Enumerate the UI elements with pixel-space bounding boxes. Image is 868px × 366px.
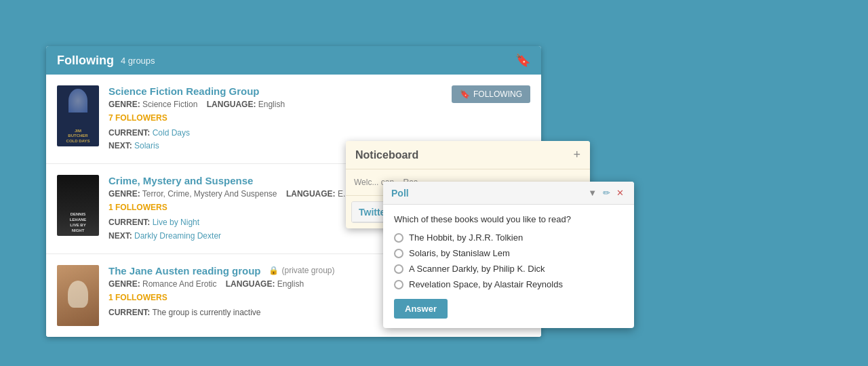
group-name-sf: Science Fiction Reading Group GENRE: Sci… (108, 85, 285, 152)
radio-option-2[interactable] (394, 249, 403, 258)
book-cover-sf: JIMBUTCHERCOLD DAYS (57, 85, 99, 146)
noticeboard-title: Noticeboard (355, 149, 418, 161)
current-book-austen: The group is currently inactive (152, 308, 260, 317)
following-header: Following 4 groups 🔖 (46, 46, 541, 75)
poll-option-4-text: Revelation Space, by Alastair Reynolds (409, 279, 563, 289)
group-name-link-crime[interactable]: Crime, Mystery and Suspense (108, 175, 253, 186)
poll-header: Poll ▼ ✏ ✕ (383, 182, 634, 205)
next-label-crime: NEXT: (108, 231, 132, 241)
radio-option-3[interactable] (394, 264, 403, 274)
following-header-left: Following 4 groups (57, 54, 155, 68)
noticeboard-header: Noticeboard + (346, 141, 590, 169)
poll-close-btn[interactable]: ✕ (614, 187, 626, 199)
noticeboard-add-button[interactable]: + (573, 148, 580, 162)
language-sf: English (258, 100, 285, 109)
private-label: (private group) (281, 266, 334, 275)
poll-title: Poll (391, 188, 409, 199)
poll-edit-btn[interactable]: ✏ (601, 187, 612, 199)
next-book-crime[interactable]: Darkly Dreaming Dexter (134, 231, 221, 241)
language-austen: English (277, 279, 304, 289)
genre-label-sf: GENRE: (108, 100, 140, 109)
genre-label-crime: GENRE: (108, 189, 140, 199)
answer-button[interactable]: Answer (394, 299, 448, 319)
bookmark-icon[interactable]: 🔖 (515, 53, 530, 68)
genre-sf: Science Fiction (142, 100, 197, 109)
language-label-crime: LANGUAGE: (286, 189, 336, 199)
current-book-sf[interactable]: Cold Days (153, 128, 190, 138)
poll-body: Which of these books would you like to r… (383, 205, 634, 328)
poll-options: The Hobbit, by J.R.R. Tolkien Solaris, b… (394, 232, 623, 289)
lock-icon: 🔒 (269, 266, 279, 275)
book-cover-austen (57, 265, 99, 326)
following-count: 4 groups (121, 56, 155, 66)
group-name-link-sf[interactable]: Science Fiction Reading Group (108, 85, 260, 97)
poll-option-1: The Hobbit, by J.R.R. Tolkien (394, 232, 623, 243)
book-cover-crime: DENNISLEHANELIVE BYNIGHT (57, 175, 99, 236)
current-book-crime[interactable]: Live by Night (153, 218, 199, 227)
group-meta-genre-sf: GENRE: Science Fiction LANGUAGE: English (108, 100, 285, 109)
current-next-sf: CURRENT: Cold Days NEXT: Solaris (108, 127, 285, 152)
radio-option-4[interactable] (394, 280, 403, 289)
poll-option-2-text: Solaris, by Stanislaw Lem (409, 248, 510, 258)
genre-crime: Terror, Crime, Mystery And Suspense (142, 189, 277, 199)
following-button-sf[interactable]: 🔖 FOLLOWING (452, 85, 530, 103)
poll-question: Which of these books would you like to r… (394, 214, 623, 224)
genre-austen: Romance And Erotic (142, 279, 216, 289)
poll-option-2: Solaris, by Stanislaw Lem (394, 248, 623, 258)
language-label-austen: LANGUAGE: (226, 279, 275, 289)
group-name-link-austen[interactable]: The Jane Austen reading group (108, 265, 260, 277)
private-badge-austen: 🔒 (private group) (269, 266, 334, 275)
poll-option-3-text: A Scanner Darkly, by Philip K. Dick (409, 264, 545, 274)
next-book-sf[interactable]: Solaris (134, 141, 159, 150)
current-label-sf: CURRENT: (108, 128, 150, 138)
following-btn-label: FOLLOWING (473, 89, 522, 99)
current-label-austen: CURRENT: (108, 308, 150, 317)
poll-panel: Poll ▼ ✏ ✕ Which of these books would yo… (383, 182, 634, 328)
followers-sf: 7 FOLLOWERS (108, 113, 285, 123)
genre-label-austen: GENRE: (108, 279, 140, 289)
poll-controls: ▼ ✏ ✕ (586, 187, 626, 199)
radio-option-1[interactable] (394, 233, 403, 243)
poll-option-4: Revelation Space, by Alastair Reynolds (394, 279, 623, 289)
poll-option-1-text: The Hobbit, by J.R.R. Tolkien (409, 232, 523, 243)
following-btn-icon: 🔖 (460, 89, 470, 99)
poll-down-btn[interactable]: ▼ (586, 187, 599, 199)
current-label-crime: CURRENT: (108, 218, 150, 227)
poll-option-3: A Scanner Darkly, by Philip K. Dick (394, 264, 623, 274)
language-label-sf: LANGUAGE: (207, 100, 256, 109)
following-title: Following (57, 54, 114, 68)
next-label-sf: NEXT: (108, 141, 132, 150)
